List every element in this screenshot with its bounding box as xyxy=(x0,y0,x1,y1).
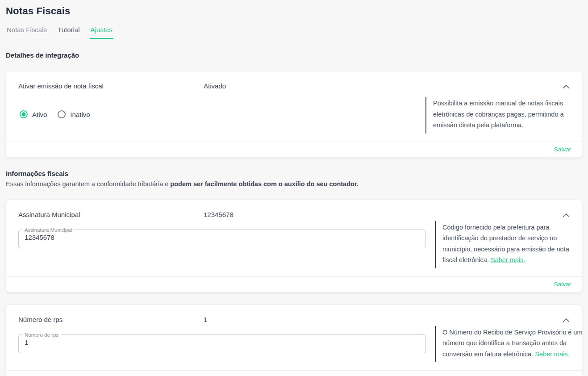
assinatura-municipal-input[interactable] xyxy=(19,233,425,248)
tab-tutorial[interactable]: Tutorial xyxy=(57,24,80,39)
card-assinatura-body: Assinatura Municipal Código fornecido pe… xyxy=(6,219,582,276)
card-emission-value: Ativado xyxy=(204,82,226,90)
numero-rps-field: Número de rps xyxy=(18,332,426,353)
card-numero-rps: Número de rps 1 Número de rps O Número d… xyxy=(6,305,582,376)
numero-rps-input[interactable] xyxy=(19,338,425,353)
card-rps-collapse-button[interactable] xyxy=(562,316,570,324)
card-assinatura-label: Assinatura Municipal xyxy=(18,211,204,218)
card-assinatura-municipal: Assinatura Municipal 12345678 Assinatura… xyxy=(6,200,582,292)
assinatura-municipal-field-label: Assinatura Municipal xyxy=(22,227,74,233)
chevron-up-icon xyxy=(563,212,569,218)
card-rps-body: Número de rps O Número do Recibo de Serv… xyxy=(6,324,582,371)
card-rps-label: Número de rps xyxy=(18,316,204,323)
chevron-up-icon xyxy=(563,83,569,90)
card-rps-description: O Número do Recibo de Serviço Provisório… xyxy=(435,326,584,363)
card-assinatura-form: Assinatura Municipal xyxy=(18,221,435,248)
tab-ajustes[interactable]: Ajustes xyxy=(90,24,113,39)
radio-inativo-label[interactable]: Inativo xyxy=(70,111,90,118)
card-rps-footer: Salvar xyxy=(6,370,582,376)
chevron-up-icon xyxy=(563,317,569,323)
card-emission-header: Ativar emissão de nota fiscal Ativado xyxy=(6,71,582,91)
saber-mais-link[interactable]: Saber mais. xyxy=(535,351,569,358)
numero-rps-field-label: Número de rps xyxy=(22,332,61,338)
save-button[interactable]: Salvar xyxy=(554,146,571,153)
card-assinatura-value: 12345678 xyxy=(204,211,234,218)
card-emission-label: Ativar emissão de nota fiscal xyxy=(18,82,204,90)
card-rps-form: Número de rps xyxy=(18,326,435,353)
card-emission: Ativar emissão de nota fiscal Ativado At… xyxy=(6,71,582,158)
card-rps-header: Número de rps 1 xyxy=(6,305,582,324)
tab-notas-fiscais[interactable]: Notas Fiscais xyxy=(6,24,48,39)
card-assinatura-footer: Salvar xyxy=(6,276,582,292)
section-heading-integration: Detalhes de integração xyxy=(6,51,582,59)
card-emission-description-text: Possibilita a emissão manual de notas fi… xyxy=(433,100,564,129)
radio-option-inativo[interactable]: Inativo xyxy=(58,110,90,118)
page-title: Notas Fiscais xyxy=(6,5,582,17)
card-emission-controls: Ativo Inativo xyxy=(18,91,425,118)
card-assinatura-header: Assinatura Municipal 12345678 xyxy=(6,200,582,219)
main-content: Detalhes de integração Ativar emissão de… xyxy=(0,51,588,376)
section-fiscal-subtitle-normal: Essas informações garantem a conformidad… xyxy=(6,180,170,188)
card-emission-footer: Salvar xyxy=(6,142,582,157)
saber-mais-link[interactable]: Saber mais. xyxy=(491,256,525,263)
card-assinatura-description: Código fornecido pela prefeitura para id… xyxy=(435,221,584,268)
radio-inativo-icon[interactable] xyxy=(58,110,66,118)
radio-option-ativo[interactable]: Ativo xyxy=(20,110,47,118)
card-assinatura-collapse-button[interactable] xyxy=(562,211,570,219)
section-fiscal-subtitle: Essas informações garantem a conformidad… xyxy=(6,180,582,188)
card-emission-collapse-button[interactable] xyxy=(562,82,570,91)
radio-ativo-icon[interactable] xyxy=(20,110,28,118)
save-button[interactable]: Salvar xyxy=(554,281,571,288)
card-rps-value: 1 xyxy=(204,316,207,323)
section-heading-fiscal: Informações fiscais xyxy=(6,170,582,177)
tab-bar: Notas Fiscais Tutorial Ajustes xyxy=(0,24,588,39)
assinatura-municipal-field: Assinatura Municipal xyxy=(18,227,426,248)
page-header: Notas Fiscais xyxy=(0,0,588,17)
card-emission-description: Possibilita a emissão manual de notas fi… xyxy=(425,97,574,134)
card-emission-body: Ativo Inativo Possibilita a emissão manu… xyxy=(6,91,582,142)
radio-ativo-label[interactable]: Ativo xyxy=(32,111,47,118)
emission-radio-group: Ativo Inativo xyxy=(20,110,417,118)
section-fiscal-subtitle-bold: podem ser facilmente obtidas com o auxíl… xyxy=(170,180,358,188)
